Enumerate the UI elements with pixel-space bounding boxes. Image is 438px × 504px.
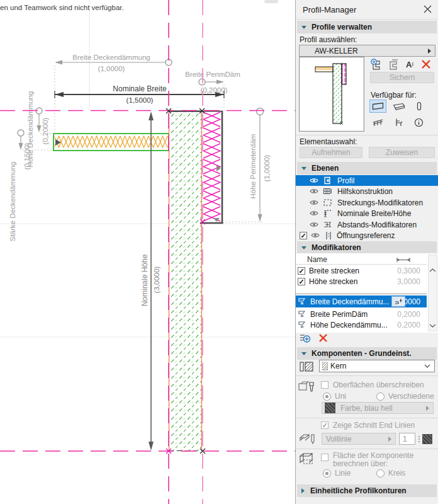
modifier-table-scrollbar[interactable] [428, 255, 437, 331]
chair-object-icon [394, 118, 403, 127]
save-button[interactable]: Sichern [370, 72, 434, 83]
dim-hoehe-deckendaemmung[interactable]: Höhe Deckendämmung (0,2000) [26, 91, 49, 168]
end-lines-row[interactable]: ✓ Zeige Schnitt End Linien [321, 421, 415, 430]
svg-text:(0,2000): (0,2000) [42, 117, 49, 144]
modifier-checkbox[interactable]: ✓ [298, 278, 305, 285]
surface-dropdown[interactable]: Farbe, blau hell [322, 402, 434, 414]
flyout-arrow-icon [388, 437, 391, 442]
end-lines-checkbox[interactable]: ✓ [321, 421, 328, 429]
surface-override-checkbox[interactable] [321, 381, 328, 389]
eye-icon[interactable] [310, 188, 318, 194]
section-profile-verwalten[interactable]: Profile verwalten [297, 21, 437, 33]
area-calc-checkbox[interactable] [321, 454, 328, 461]
section-einheitliche-profilkonturen[interactable]: Einheitliche Profilkonturen [297, 484, 437, 497]
layer-row-nominale-breite-hoehe[interactable]: Nominale Breite/Höhe [296, 208, 438, 219]
layer-row-streckungs-modifikatoren[interactable]: Streckungs-Modifikatoren [296, 197, 438, 208]
linie-radio[interactable] [323, 469, 331, 478]
scroll-down-icon[interactable] [429, 323, 437, 328]
uni-radio[interactable] [323, 392, 331, 401]
verschiedene-radio[interactable] [376, 392, 385, 401]
pen-number-input[interactable]: 1 [399, 433, 415, 445]
layer-row-oeffnungsreferenz[interactable]: ✓ Öffnungsreferenz [296, 230, 438, 241]
dim-hoehe-perimeterdaem[interactable]: Höhe Perimeterdäm (1,0000) [249, 108, 271, 222]
component-area-icon [298, 452, 316, 466]
wall-core[interactable] [169, 111, 202, 451]
modifier-row-hoehe-deckendaemmung[interactable]: Höhe Deckendämmu... 0,2000 [296, 319, 427, 330]
verschiedene-radio-row[interactable]: Verschiedene [376, 392, 434, 401]
flyout-arrow-icon [426, 406, 429, 411]
panel-title: Profil-Manager [303, 5, 356, 14]
perimeter-insulation[interactable] [200, 111, 223, 224]
profile-name: AW-KELLER [300, 47, 358, 55]
pen-color-button[interactable] [418, 433, 434, 445]
scroll-up-icon[interactable] [429, 268, 437, 273]
kreis-radio[interactable] [376, 469, 385, 478]
construction-grid-icon [323, 187, 332, 195]
profile-edit-canvas[interactable]: en und Teamwork sind nicht verfügbar. [0, 0, 296, 504]
profile-drawing: Breite Deckendämmung (1,0000) Breite Per… [0, 0, 296, 504]
modifier-row-breite-strecken[interactable]: ✓ Breite strecken 0,3000 [296, 265, 427, 276]
kreis-radio-row[interactable]: Kreis [376, 469, 405, 478]
layer-row-abstands-modifikatoren[interactable]: Abstands-Modifikatoren [296, 219, 438, 230]
svg-text:Breite Deckendämmung: Breite Deckendämmung [72, 54, 150, 61]
dim-nominale-breite[interactable]: Nominale Breite (1,5000) [55, 84, 224, 104]
available-railing-toggle[interactable] [369, 116, 386, 129]
surface-paint-icon [298, 380, 316, 395]
svg-text:Nominale Höhe: Nominale Höhe [140, 254, 149, 306]
pickup-button[interactable]: Aufnehmen [300, 147, 362, 158]
close-icon[interactable] [423, 4, 432, 14]
value-column-header-icon[interactable] [396, 257, 410, 263]
reference-guide-lines[interactable] [0, 0, 296, 504]
collapse-icon [301, 352, 306, 355]
linetype-dropdown[interactable]: Volllinie [322, 433, 396, 445]
svg-text:(1,0000): (1,0000) [263, 154, 271, 181]
area-calc-row[interactable]: Fläche der Komponente berechnen über: [321, 452, 434, 468]
eye-icon[interactable] [310, 200, 318, 205]
divider [296, 135, 438, 135]
layer-visibility-checkbox[interactable]: ✓ [300, 232, 307, 239]
available-object-toggle[interactable] [390, 116, 407, 129]
eye-icon[interactable] [310, 178, 318, 183]
available-beam-toggle[interactable] [390, 100, 407, 113]
surface-override-row[interactable]: Oberflächen überschreiben [321, 381, 424, 389]
opening-reference-icon [325, 231, 332, 240]
modifier-row-hoehe-strecken[interactable]: ✓ Höhe strecken 3,0000 [296, 276, 427, 287]
dim-breite-deckendaemmung[interactable]: Breite Deckendämmung (1,0000) [55, 54, 172, 72]
eye-icon[interactable] [310, 222, 318, 227]
available-column-toggle[interactable] [410, 100, 427, 113]
store-profile-button[interactable] [386, 58, 400, 71]
profile-select-dropdown[interactable]: AW-KELLER [299, 45, 435, 57]
section-komponenten[interactable]: Komponenten - Grundeinst. [297, 347, 437, 360]
rename-profile-button[interactable]: AI [403, 58, 417, 71]
uni-radio-row[interactable]: Uni [323, 392, 346, 401]
modifier-row-breite-perimdaem[interactable]: Breite PerimDäm 0,2000 [296, 309, 427, 319]
svg-text:Höhe Perimeterdäm: Höhe Perimeterdäm [249, 134, 257, 199]
section-ebenen[interactable]: Ebenen [297, 162, 437, 175]
collapse-icon [301, 167, 306, 170]
name-column-header[interactable]: Name [307, 255, 327, 264]
delete-profile-button[interactable] [419, 58, 433, 71]
modifier-row-breite-deckendaemmung[interactable]: Breite Deckendämmu... 1,0000 [296, 295, 427, 307]
delete-modifier-button[interactable] [318, 333, 328, 343]
available-wall-toggle[interactable] [369, 100, 386, 113]
new-profile-button[interactable] [369, 58, 383, 71]
eye-icon[interactable] [311, 232, 320, 238]
layer-row-hilfskonstruktion[interactable]: Hilfskonstruktion [296, 186, 438, 197]
available-for-label: Verfügbar für: [371, 91, 417, 100]
add-modifier-button[interactable] [300, 333, 311, 343]
panel-titlebar[interactable]: Profil-Manager [296, 0, 438, 20]
assign-button[interactable]: Zuweisen [369, 147, 435, 158]
chevron-down-icon [424, 364, 430, 368]
layer-row-profil[interactable]: Profil [296, 175, 438, 186]
linie-radio-row[interactable]: Linie [323, 469, 351, 478]
railing-icon [372, 118, 385, 127]
available-other-toggle[interactable] [410, 116, 427, 129]
eye-icon[interactable] [310, 210, 318, 216]
dim-nominale-hoehe[interactable]: Nominale Höhe (3,0000) [140, 112, 160, 450]
dim-breite-perimdaem[interactable]: Breite PerimDäm (0,2000) [185, 71, 240, 94]
profile-preview[interactable] [299, 57, 364, 132]
svg-text:Höhe Deckendämmung: Höhe Deckendämmung [26, 91, 34, 168]
section-modifikatoren[interactable]: Modifikatoren [297, 241, 437, 254]
modifier-checkbox[interactable]: ✓ [298, 267, 305, 275]
component-dropdown[interactable]: Kern [319, 360, 435, 372]
